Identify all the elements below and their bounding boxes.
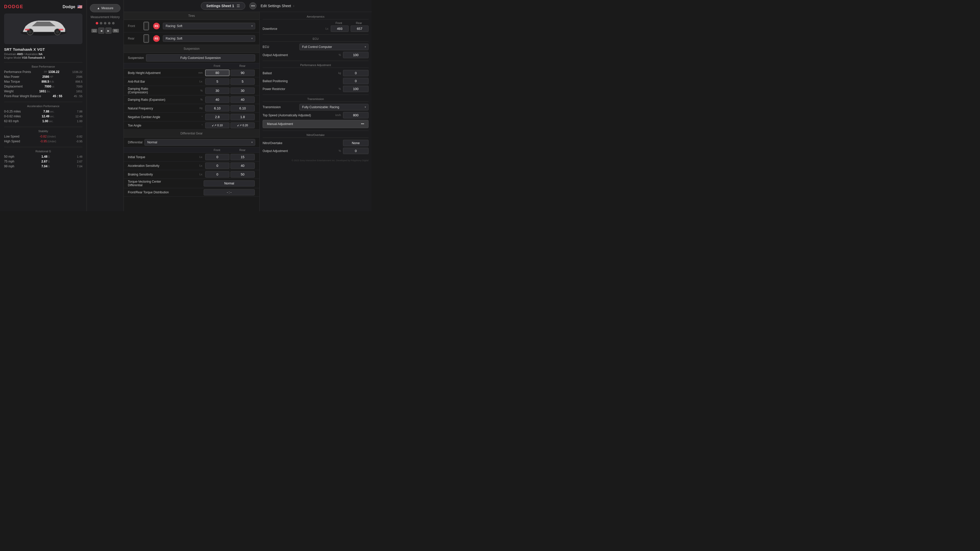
rotational-g-title: Rotational G bbox=[4, 150, 83, 153]
susp-damping-exp-front[interactable]: 40 bbox=[205, 97, 229, 103]
nitro-value[interactable]: None bbox=[343, 140, 369, 146]
susp-body-height-rear[interactable]: 90 bbox=[231, 70, 255, 76]
history-dot-5[interactable] bbox=[112, 22, 115, 24]
power-restrictor-value[interactable]: 100 bbox=[343, 86, 369, 92]
history-dot-1[interactable] bbox=[96, 22, 98, 24]
svg-point-2 bbox=[29, 30, 32, 33]
ecu-title: ECU bbox=[262, 37, 369, 41]
susp-damping-exp-rear[interactable]: 40 bbox=[231, 97, 255, 103]
nitro-output-adj-value[interactable]: 0 bbox=[343, 148, 369, 154]
tire-front-icon bbox=[142, 21, 150, 30]
susp-body-height-label: Body Height Adjustment bbox=[128, 71, 197, 75]
susp-natural-freq-rear[interactable]: 6.10 bbox=[231, 105, 255, 111]
diff-accel-sensitivity-unit: Lv. bbox=[197, 164, 203, 167]
differential-type-row: Differential Normal 1-Way 2-Way bbox=[124, 138, 259, 148]
susp-damping-comp-front[interactable]: 30 bbox=[205, 87, 229, 94]
r1-badge[interactable]: R1 bbox=[113, 29, 119, 33]
stat-062mi: 0-0.62 miles 12.49sec. 12.49 bbox=[4, 114, 83, 118]
settings-sheet-button[interactable]: Settings Sheet 1 ☰ bbox=[201, 2, 245, 10]
susp-camber-front[interactable]: 2.8 bbox=[205, 114, 229, 120]
brand-name-text: Dodge bbox=[62, 5, 75, 9]
susp-natural-freq-front[interactable]: 6.10 bbox=[205, 105, 229, 111]
right-panel: Aerodynamics Front Rear Downforce Lv. 49… bbox=[259, 12, 372, 211]
aero-downforce-front[interactable]: 493 bbox=[331, 25, 348, 32]
diff-accel-sensitivity-rear[interactable]: 40 bbox=[231, 162, 255, 169]
ecu-select[interactable]: Full Control Computer bbox=[299, 44, 369, 50]
ballast-unit: kg bbox=[338, 72, 341, 75]
tire-rear-badge: RS bbox=[153, 35, 160, 42]
tire-rear-icon bbox=[142, 34, 150, 43]
susp-toe-front[interactable]: ↙↗ 0.10 bbox=[205, 122, 229, 128]
manual-adjustment-button[interactable]: Manual Adjustment ••• bbox=[262, 120, 369, 128]
tire-front-label: Front bbox=[128, 24, 139, 28]
front-rear-torque-value[interactable]: - : - bbox=[204, 189, 255, 195]
susp-anti-roll-label: Anti-Roll Bar bbox=[128, 80, 197, 83]
susp-camber-rear[interactable]: 1.8 bbox=[231, 114, 255, 120]
prev-button[interactable]: ◀ bbox=[98, 27, 104, 34]
torque-vectoring-value[interactable]: Normal bbox=[204, 180, 255, 186]
differential-select-wrapper[interactable]: Normal 1-Way 2-Way bbox=[145, 139, 255, 146]
tire-rear-select[interactable]: Racing: Soft Racing: Medium Racing: Hard bbox=[163, 35, 255, 42]
ecu-output-adj-unit: % bbox=[339, 54, 341, 56]
suspension-label: Suspension bbox=[128, 56, 144, 60]
susp-damping-comp-label: Damping Ratio(Compression) bbox=[128, 87, 197, 94]
ecu-label: ECU bbox=[262, 45, 298, 49]
stat-75mph: 75 mph 2.67G 2.67 bbox=[4, 160, 83, 163]
tire-rear-select-wrapper[interactable]: Racing: Soft Racing: Medium Racing: Hard bbox=[163, 35, 255, 42]
differential-select[interactable]: Normal 1-Way 2-Way bbox=[145, 139, 255, 146]
ballast-positioning-value[interactable]: 0 bbox=[343, 78, 369, 84]
stat-pp: Performance Points PP1336.22 1336.22 bbox=[4, 70, 83, 74]
history-dot-3[interactable] bbox=[104, 22, 107, 24]
diff-braking-sensitivity-rear[interactable]: 50 bbox=[231, 171, 255, 178]
differential-section-header: Differential Gear bbox=[124, 130, 259, 138]
differential-label: Differential bbox=[128, 141, 142, 144]
susp-toe-rear[interactable]: ↙↗ 0.20 bbox=[231, 122, 255, 128]
more-options-button[interactable]: ••• bbox=[249, 2, 256, 10]
measure-panel: ▲ Measure Measurement History L1 ◀ ▶ R1 bbox=[87, 0, 124, 211]
front-rear-torque-label: Front/Rear Torque Distribution bbox=[128, 191, 196, 194]
diff-initial-torque-front[interactable]: 0 bbox=[205, 154, 229, 160]
diff-initial-torque-rear[interactable]: 15 bbox=[231, 154, 255, 160]
power-restrictor-unit: % bbox=[339, 87, 341, 90]
susp-rear-header: Rear bbox=[230, 64, 255, 67]
car-name: SRT Tomahawk X VGT bbox=[4, 47, 83, 52]
stat-weight: Weight 1651lbs. 1651 bbox=[4, 89, 83, 93]
susp-damping-comp-rear[interactable]: 30 bbox=[231, 87, 255, 94]
ecu-output-adj-value[interactable]: 100 bbox=[343, 52, 369, 58]
diff-braking-sensitivity-front[interactable]: 0 bbox=[205, 171, 229, 178]
next-button[interactable]: ▶ bbox=[105, 27, 111, 34]
susp-anti-roll-front[interactable]: 5 bbox=[205, 78, 229, 85]
susp-natural-freq-unit: Hz bbox=[197, 107, 203, 110]
svg-rect-10 bbox=[145, 35, 148, 41]
edit-settings-button[interactable]: Edit Settings Sheet › bbox=[261, 3, 294, 8]
tire-front-select[interactable]: Racing: Soft Racing: Medium Racing: Hard bbox=[163, 23, 255, 29]
torque-vectoring-row: Torque-Vectoring CenterDifferential Norm… bbox=[124, 179, 259, 188]
nitro-row: Nitro/Overtake None bbox=[262, 140, 369, 146]
history-dot-2[interactable] bbox=[100, 22, 102, 24]
ballast-value[interactable]: 0 bbox=[343, 70, 369, 76]
diff-accel-sensitivity-front[interactable]: 0 bbox=[205, 162, 229, 169]
top-speed-value[interactable]: 800 bbox=[343, 112, 369, 118]
aerodynamics-title: Aerodynamics bbox=[262, 15, 369, 19]
aero-rear-col-header: Rear bbox=[349, 21, 369, 24]
transmission-select-wrapper[interactable]: Fully Customizable: Racing bbox=[299, 104, 369, 110]
tire-front-select-wrapper[interactable]: Racing: Soft Racing: Medium Racing: Hard bbox=[163, 23, 255, 29]
susp-natural-freq-row: Natural Frequency Hz 6.10 6.10 bbox=[124, 104, 259, 113]
transmission-select[interactable]: Fully Customizable: Racing bbox=[299, 104, 369, 110]
susp-body-height-front[interactable]: 80 bbox=[205, 70, 229, 76]
susp-anti-roll-rear[interactable]: 5 bbox=[231, 78, 255, 85]
susp-camber-row: Negative Camber Angle ° 2.8 1.8 bbox=[124, 113, 259, 121]
tire-front-visual bbox=[143, 21, 150, 30]
tire-rear-label: Rear bbox=[128, 37, 139, 40]
measure-button[interactable]: ▲ Measure bbox=[90, 4, 121, 12]
top-speed-row: Top Speed (Automatically Adjusted) km/h … bbox=[262, 112, 369, 118]
l1-badge[interactable]: L1 bbox=[91, 29, 97, 33]
ballast-label: Ballast bbox=[262, 71, 336, 75]
stat-low-speed: Low Speed -0.82(Under) -0.82 bbox=[4, 135, 83, 138]
history-dot-4[interactable] bbox=[108, 22, 110, 24]
sidebar: DODGE Dodge 🇺🇸 SRT Tomahawk X VGT Drivet… bbox=[0, 0, 87, 211]
aero-downforce-rear[interactable]: 657 bbox=[351, 25, 369, 32]
car-silhouette bbox=[18, 19, 69, 39]
nitro-output-adj-unit: % bbox=[339, 149, 341, 152]
ecu-select-wrapper[interactable]: Full Control Computer bbox=[299, 44, 369, 50]
